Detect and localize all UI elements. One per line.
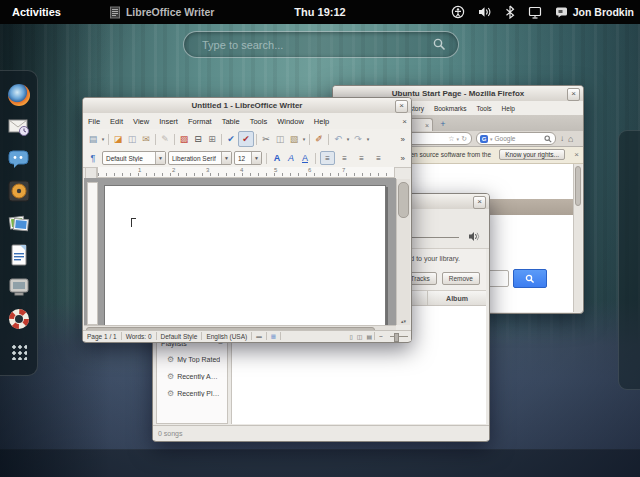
dash-item-evolution-mail[interactable] xyxy=(7,115,31,139)
menu-edit[interactable]: Edit xyxy=(105,117,128,126)
zoom-slider[interactable] xyxy=(390,336,408,337)
single-page-view-icon[interactable]: ▯ xyxy=(348,333,355,340)
reload-icon[interactable]: ↻ xyxy=(461,135,467,143)
save-icon[interactable]: ◫ xyxy=(125,132,139,146)
zoom-slider-thumb[interactable] xyxy=(394,333,399,342)
toolbar-overflow-icon[interactable]: » xyxy=(401,154,408,163)
accessibility-icon[interactable] xyxy=(451,5,465,19)
activities-button[interactable]: Activities xyxy=(0,6,73,18)
page-count[interactable]: Page 1 / 1 xyxy=(83,333,121,340)
dash-item-shotwell-photos[interactable] xyxy=(7,211,31,235)
cut-icon[interactable]: ✂ xyxy=(259,132,273,146)
bold-icon[interactable]: A xyxy=(271,153,283,163)
font-name-combo[interactable]: Liberation Serif ▼ xyxy=(168,151,232,165)
volume-icon[interactable] xyxy=(478,6,492,18)
combo-dropdown-icon[interactable]: ▼ xyxy=(155,152,165,164)
vertical-ruler[interactable] xyxy=(87,182,98,325)
edit-mode-icon[interactable]: ✎ xyxy=(158,132,172,146)
print-icon[interactable]: ⊟ xyxy=(191,132,205,146)
undo-icon[interactable]: ↶ xyxy=(331,132,345,146)
align-justify-icon[interactable]: ≡ xyxy=(371,151,386,165)
spelling-icon[interactable]: ✔ xyxy=(224,132,238,146)
paste-icon[interactable]: ▧ xyxy=(287,132,301,146)
menu-format[interactable]: Format xyxy=(183,117,217,126)
dash-item-help[interactable] xyxy=(7,307,31,331)
know-your-rights-button[interactable]: Know your rights... xyxy=(499,149,565,160)
dash-item-software-center[interactable] xyxy=(7,275,31,299)
paragraph-style-combo[interactable]: Default Style ▼ xyxy=(102,151,166,165)
font-size-combo[interactable]: 12 ▼ xyxy=(234,151,262,165)
copy-icon[interactable]: ◫ xyxy=(273,132,287,146)
home-icon[interactable]: ⌂ xyxy=(568,134,573,144)
book-view-icon[interactable]: ▤ xyxy=(365,333,375,340)
playlist-item-recently-played[interactable]: ⚙ Recently Played xyxy=(157,385,227,402)
dropdown-caret-icon[interactable]: ▾ xyxy=(365,136,371,142)
start-page-search-button[interactable] xyxy=(513,269,547,288)
scrollbar-thumb[interactable] xyxy=(398,182,409,218)
notification-close-icon[interactable]: × xyxy=(574,150,579,159)
menu-bookmarks[interactable]: Bookmarks xyxy=(429,105,472,112)
dropdown-caret-icon[interactable]: ▾ xyxy=(100,136,106,142)
display-icon[interactable] xyxy=(528,6,542,19)
url-dropdown-icon[interactable]: ▾ xyxy=(457,136,460,142)
page-style[interactable]: Default Style xyxy=(157,333,202,340)
app-menu[interactable]: LibreOffice Writer xyxy=(109,6,215,19)
rhythmbox-close-button[interactable]: × xyxy=(473,196,486,209)
writer-titlebar[interactable]: Untitled 1 - LibreOffice Writer xyxy=(83,98,411,114)
bluetooth-icon[interactable] xyxy=(505,5,515,19)
page-navigation-icons[interactable]: ▴▾ xyxy=(397,318,410,324)
align-left-icon[interactable]: ≡ xyxy=(320,151,335,165)
dropdown-caret-icon[interactable]: ▾ xyxy=(301,136,307,142)
bookmark-star-icon[interactable]: ☆ xyxy=(448,135,454,143)
dash-item-show-applications[interactable] xyxy=(7,339,31,363)
workspace-switcher-panel[interactable] xyxy=(618,130,640,390)
dash-item-music-player[interactable] xyxy=(7,179,31,203)
align-right-icon[interactable]: ≡ xyxy=(354,151,369,165)
combo-dropdown-icon[interactable]: ▼ xyxy=(251,152,261,164)
new-document-icon[interactable]: ▤ xyxy=(86,132,100,146)
menu-table[interactable]: Table xyxy=(217,117,245,126)
styles-icon[interactable]: ¶ xyxy=(86,151,100,165)
menu-help[interactable]: Help xyxy=(497,105,520,112)
document-page[interactable] xyxy=(104,185,386,325)
email-icon[interactable]: ✉ xyxy=(139,132,153,146)
menu-insert[interactable]: Insert xyxy=(154,117,183,126)
dash-item-firefox[interactable] xyxy=(7,83,31,107)
playlist-item-recently-added[interactable]: ⚙ Recently Added xyxy=(157,368,227,385)
multi-page-view-icon[interactable]: ◫ xyxy=(355,333,365,340)
firefox-close-button[interactable]: × xyxy=(567,88,580,101)
album-column-header[interactable]: Album xyxy=(427,291,486,305)
italic-icon[interactable]: A xyxy=(285,153,297,163)
combo-dropdown-icon[interactable]: ▼ xyxy=(221,152,231,164)
writer-window[interactable]: Untitled 1 - LibreOffice Writer × File E… xyxy=(82,97,412,343)
page-scrollbar[interactable] xyxy=(573,164,582,312)
writer-close-button[interactable]: × xyxy=(395,100,408,113)
shell-search-field[interactable]: Type to search... xyxy=(183,31,459,58)
document-close-icon[interactable]: × xyxy=(397,117,411,126)
toolbar-overflow-icon[interactable]: » xyxy=(401,135,408,144)
engine-dropdown-icon[interactable]: ▾ xyxy=(490,136,493,142)
downloads-icon[interactable]: ↓ xyxy=(560,134,564,143)
playlist-item-my-top-rated[interactable]: ⚙ My Top Rated xyxy=(157,351,227,368)
menu-view[interactable]: View xyxy=(128,117,154,126)
print-preview-icon[interactable]: ⊞ xyxy=(205,132,219,146)
insert-mode-icon[interactable]: ▬ xyxy=(252,333,266,339)
remove-button[interactable]: Remove xyxy=(442,272,480,285)
signature-icon[interactable]: ▦ xyxy=(267,333,280,339)
tab-close-icon[interactable]: × xyxy=(425,122,429,129)
language[interactable]: English (USA) xyxy=(202,333,251,340)
search-magnifier-icon[interactable] xyxy=(544,135,552,143)
dash-item-libreoffice-writer[interactable] xyxy=(7,243,31,267)
align-center-icon[interactable]: ≡ xyxy=(337,151,352,165)
dash-item-empathy-chat[interactable] xyxy=(7,147,31,171)
new-tab-button[interactable]: + xyxy=(437,118,449,130)
menu-tools[interactable]: Tools xyxy=(245,117,273,126)
auto-spellcheck-icon[interactable]: ✔ xyxy=(238,131,254,147)
word-count[interactable]: Words: 0 xyxy=(122,333,156,340)
open-icon[interactable]: ◪ xyxy=(111,132,125,146)
menu-window[interactable]: Window xyxy=(272,117,309,126)
zoom-out-icon[interactable]: − xyxy=(375,333,387,340)
search-bar[interactable]: G ▾ Google xyxy=(476,132,556,145)
underline-icon[interactable]: A xyxy=(299,153,311,163)
horizontal-ruler[interactable]: 1 2 3 4 5 6 7 xyxy=(97,167,395,178)
